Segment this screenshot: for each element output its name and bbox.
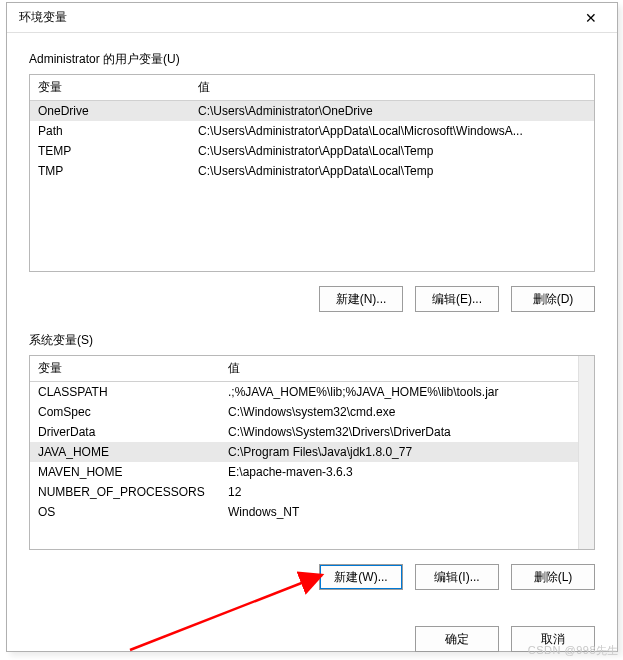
user-header-name[interactable]: 变量 (30, 75, 190, 101)
user-new-button[interactable]: 新建(N)... (319, 286, 403, 312)
system-delete-button[interactable]: 删除(L) (511, 564, 595, 590)
user-header-value[interactable]: 值 (190, 75, 594, 101)
scrollbar[interactable] (578, 356, 594, 549)
close-icon[interactable]: ✕ (575, 6, 607, 30)
system-new-button[interactable]: 新建(W)... (319, 564, 403, 590)
user-buttons: 新建(N)... 编辑(E)... 删除(D) (29, 272, 595, 332)
table-row[interactable]: OSWindows_NT (30, 502, 594, 522)
var-value: C:\Users\Administrator\OneDrive (190, 101, 594, 122)
dialog-content: Administrator 的用户变量(U) 变量 值 OneDriveC:\U… (7, 33, 617, 620)
sys-header-value[interactable]: 值 (220, 356, 594, 382)
var-value: Windows_NT (220, 502, 594, 522)
var-value: 12 (220, 482, 594, 502)
system-vars-panel: 变量 值 CLASSPATH.;%JAVA_HOME%\lib;%JAVA_HO… (29, 355, 595, 550)
user-vars-panel: 变量 值 OneDriveC:\Users\Administrator\OneD… (29, 74, 595, 272)
user-delete-button[interactable]: 删除(D) (511, 286, 595, 312)
var-name: CLASSPATH (30, 382, 220, 403)
env-vars-dialog: 环境变量 ✕ Administrator 的用户变量(U) 变量 值 OneDr… (6, 2, 618, 652)
var-name: TEMP (30, 141, 190, 161)
table-row[interactable]: DriverDataC:\Windows\System32\Drivers\Dr… (30, 422, 594, 442)
dialog-title: 环境变量 (19, 9, 575, 26)
var-name: MAVEN_HOME (30, 462, 220, 482)
dialog-footer: 确定 取消 (7, 620, 617, 652)
system-edit-button[interactable]: 编辑(I)... (415, 564, 499, 590)
system-vars-label: 系统变量(S) (29, 332, 595, 349)
table-row[interactable]: JAVA_HOMEC:\Program Files\Java\jdk1.8.0_… (30, 442, 594, 462)
table-row[interactable]: MAVEN_HOMEE:\apache-maven-3.6.3 (30, 462, 594, 482)
table-row[interactable]: PathC:\Users\Administrator\AppData\Local… (30, 121, 594, 141)
table-row[interactable]: TEMPC:\Users\Administrator\AppData\Local… (30, 141, 594, 161)
var-value: C:\Users\Administrator\AppData\Local\Tem… (190, 141, 594, 161)
table-row[interactable]: CLASSPATH.;%JAVA_HOME%\lib;%JAVA_HOME%\l… (30, 382, 594, 403)
var-name: NUMBER_OF_PROCESSORS (30, 482, 220, 502)
table-row[interactable]: OneDriveC:\Users\Administrator\OneDrive (30, 101, 594, 122)
var-name: ComSpec (30, 402, 220, 422)
user-vars-table: 变量 值 OneDriveC:\Users\Administrator\OneD… (30, 75, 594, 181)
var-value: C:\Users\Administrator\AppData\Local\Mic… (190, 121, 594, 141)
table-row[interactable]: TMPC:\Users\Administrator\AppData\Local\… (30, 161, 594, 181)
var-value: C:\Windows\System32\Drivers\DriverData (220, 422, 594, 442)
var-value: C:\Program Files\Java\jdk1.8.0_77 (220, 442, 594, 462)
sys-header-name[interactable]: 变量 (30, 356, 220, 382)
var-value: E:\apache-maven-3.6.3 (220, 462, 594, 482)
system-vars-table: 变量 值 CLASSPATH.;%JAVA_HOME%\lib;%JAVA_HO… (30, 356, 594, 522)
titlebar: 环境变量 ✕ (7, 3, 617, 33)
table-row[interactable]: ComSpecC:\Windows\system32\cmd.exe (30, 402, 594, 422)
ok-button[interactable]: 确定 (415, 626, 499, 652)
user-vars-label: Administrator 的用户变量(U) (29, 51, 595, 68)
watermark: CSDN @998先生 (528, 643, 619, 658)
var-name: DriverData (30, 422, 220, 442)
user-edit-button[interactable]: 编辑(E)... (415, 286, 499, 312)
var-value: .;%JAVA_HOME%\lib;%JAVA_HOME%\lib\tools.… (220, 382, 594, 403)
table-row[interactable]: NUMBER_OF_PROCESSORS12 (30, 482, 594, 502)
var-name: OS (30, 502, 220, 522)
var-name: JAVA_HOME (30, 442, 220, 462)
var-name: TMP (30, 161, 190, 181)
var-name: Path (30, 121, 190, 141)
var-value: C:\Users\Administrator\AppData\Local\Tem… (190, 161, 594, 181)
var-value: C:\Windows\system32\cmd.exe (220, 402, 594, 422)
var-name: OneDrive (30, 101, 190, 122)
system-buttons: 新建(W)... 编辑(I)... 删除(L) (29, 550, 595, 610)
